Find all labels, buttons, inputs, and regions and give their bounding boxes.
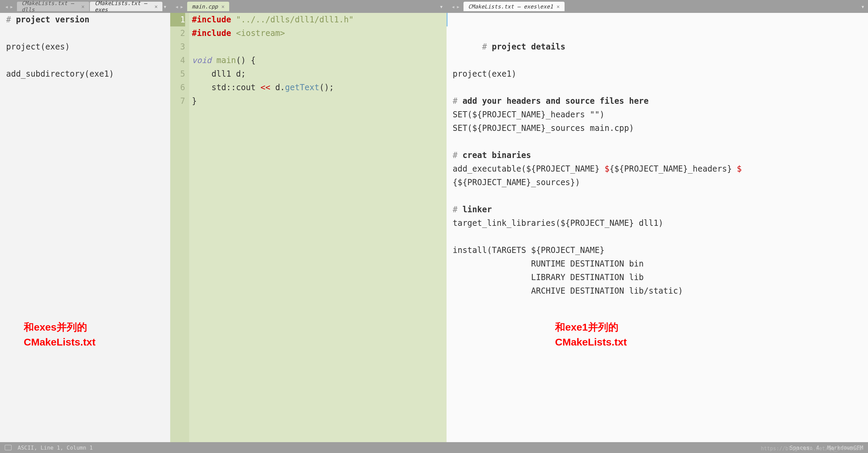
status-cursor-info[interactable]: ASCII, Line 1, Column 1 xyxy=(18,445,93,451)
tab-nav-arrows: ◂ ▸ xyxy=(172,3,186,10)
tab-main-cpp[interactable]: main.cpp × xyxy=(187,2,230,11)
code-content-right[interactable]: # project details project(exe1) # add yo… xyxy=(447,13,868,298)
tab-overflow-dropdown-icon[interactable]: ▾ xyxy=(861,3,865,10)
close-icon[interactable]: × xyxy=(81,3,85,10)
tab-label: CMakeLists.txt — dlls xyxy=(22,0,78,13)
tab-cmakelists-exe1[interactable]: CMakeLists.txt — exes\exe1 × xyxy=(463,2,565,11)
tab-history-forward-icon[interactable]: ▸ xyxy=(10,3,14,10)
watermark-text: https://blog.csdn.net/qq_34748138 xyxy=(761,446,862,452)
tab-bar-middle: ◂ ▸ main.cpp × ▾ xyxy=(170,0,447,13)
annotation-right: 和exe1并列的CMakeLists.txt xyxy=(555,320,627,350)
tab-label: CMakeLists.txt — exes\exe1 xyxy=(468,3,553,10)
pane-right: ◂ ▸ CMakeLists.txt — exes\exe1 × ▾ # pro… xyxy=(447,0,868,442)
close-icon[interactable]: × xyxy=(155,3,158,10)
close-icon[interactable]: × xyxy=(556,3,560,10)
line-numbers: 1234567 xyxy=(170,13,189,442)
annotation-left: 和exes并列的CMakeLists.txt xyxy=(24,320,96,350)
panel-toggle-icon[interactable] xyxy=(5,445,12,450)
code-content-left[interactable]: # project version project(exes) add_subd… xyxy=(0,13,170,81)
tab-history-forward-icon[interactable]: ▸ xyxy=(180,3,184,10)
tab-overflow-dropdown-icon[interactable]: ▾ xyxy=(163,3,167,10)
tab-overflow-dropdown-icon[interactable]: ▾ xyxy=(439,3,443,10)
pane-middle: ◂ ▸ main.cpp × ▾ 1234567 #include "../..… xyxy=(170,0,447,442)
pane-left: ◂ ▸ CMakeLists.txt — dlls × CMakeLists.t… xyxy=(0,0,170,442)
status-bar: ASCII, Line 1, Column 1 Spaces: 4 Markdo… xyxy=(0,442,868,453)
tab-bar-left: ◂ ▸ CMakeLists.txt — dlls × CMakeLists.t… xyxy=(0,0,170,13)
cursor-indicator xyxy=(447,13,448,26)
tab-history-back-icon[interactable]: ◂ xyxy=(175,3,179,10)
tab-label: CMakeLists.txt — exes xyxy=(95,0,151,13)
tab-history-back-icon[interactable]: ◂ xyxy=(5,3,8,10)
tab-bar-right: ◂ ▸ CMakeLists.txt — exes\exe1 × ▾ xyxy=(447,0,868,13)
tab-history-back-icon[interactable]: ◂ xyxy=(451,3,455,10)
tab-nav-arrows: ◂ ▸ xyxy=(449,3,463,10)
tab-cmakelists-dlls[interactable]: CMakeLists.txt — dlls × xyxy=(17,2,90,11)
tab-nav-arrows: ◂ ▸ xyxy=(2,3,16,10)
tab-cmakelists-exes[interactable]: CMakeLists.txt — exes × xyxy=(90,2,162,11)
tab-history-forward-icon[interactable]: ▸ xyxy=(456,3,460,10)
code-content-middle[interactable]: #include "../../dlls/dll1/dll1.h" #inclu… xyxy=(189,13,447,442)
editor-middle[interactable]: 1234567 #include "../../dlls/dll1/dll1.h… xyxy=(170,13,447,442)
editor-left[interactable]: # project version project(exes) add_subd… xyxy=(0,13,170,442)
status-left-group: ASCII, Line 1, Column 1 xyxy=(5,445,93,451)
close-icon[interactable]: × xyxy=(221,3,225,10)
editor-right[interactable]: # project details project(exe1) # add yo… xyxy=(447,13,868,442)
tab-label: main.cpp xyxy=(192,3,218,10)
editor-split-view: ◂ ▸ CMakeLists.txt — dlls × CMakeLists.t… xyxy=(0,0,868,442)
